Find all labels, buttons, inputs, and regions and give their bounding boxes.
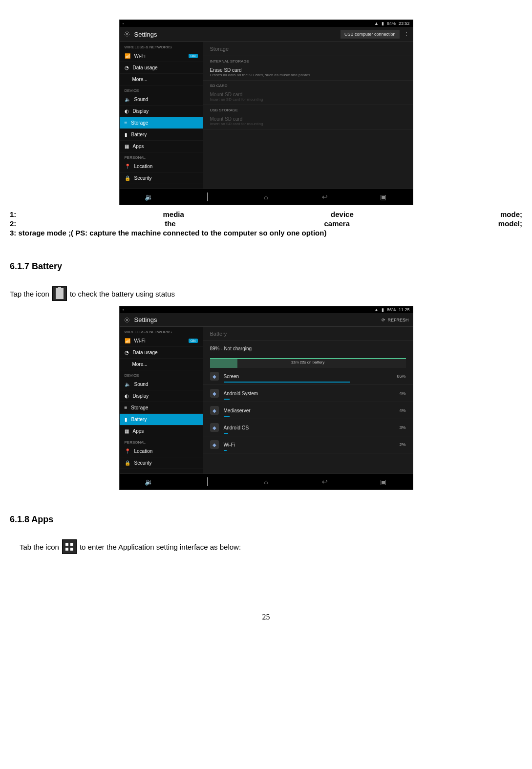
battery-pct: 84% xyxy=(387,21,396,26)
nav-volume-icon[interactable]: 🔉 xyxy=(139,193,159,201)
battery-instruction-post: to check the battery using status xyxy=(70,290,175,298)
usage-row[interactable]: ◆Mediaserver4% xyxy=(203,402,413,419)
nav-back-icon[interactable]: ↩ xyxy=(315,478,335,486)
gear-icon xyxy=(124,317,130,323)
nav-recent-icon[interactable] xyxy=(198,193,217,201)
sidebar-sound-label: Sound xyxy=(134,97,149,102)
nav-screenshot-icon[interactable]: ▣ xyxy=(374,478,393,486)
sidebar-section-device: DEVICE xyxy=(120,85,203,94)
sidebar-item-battery[interactable]: ▮Battery xyxy=(120,414,203,426)
usage-app-pct: 2% xyxy=(399,442,405,447)
sidebar-item-data-usage[interactable]: ◔Data usage xyxy=(120,347,203,359)
wifi-toggle[interactable]: ON xyxy=(189,339,198,343)
usage-app-icon: ◆ xyxy=(210,406,219,415)
section-6-1-8-heading: 6.1.8 Apps xyxy=(10,514,522,525)
usb-connection-button[interactable]: USB computer connection xyxy=(340,30,400,39)
status-left-icons: ◦ xyxy=(123,21,124,26)
gear-icon xyxy=(124,31,130,38)
battery-status: 89% - Not charging xyxy=(203,341,413,356)
battery-usage-list: ◆Screen86%◆Android System4%◆Mediaserver4… xyxy=(203,368,413,453)
usage-row[interactable]: ◆Android System4% xyxy=(203,385,413,402)
sidebar-item-more[interactable]: More... xyxy=(120,74,203,85)
nav-recent-icon[interactable] xyxy=(198,478,217,486)
battery-chart[interactable]: 12m 22s on battery xyxy=(210,358,406,368)
sidebar-item-data-usage[interactable]: ◔Data usage xyxy=(120,62,203,74)
usage-app-icon: ◆ xyxy=(210,389,219,398)
battery-pct: 86% xyxy=(387,307,396,312)
sidebar-item-location[interactable]: 📍Location xyxy=(120,161,203,172)
sidebar-item-storage[interactable]: ≡Storage xyxy=(120,402,203,414)
refresh-button[interactable]: ⟳ REFRESH xyxy=(382,318,408,322)
erase-sd-card-item[interactable]: Erase SD card Erases all data on the SD … xyxy=(203,64,413,81)
content-title: Battery xyxy=(210,331,227,337)
sidebar-item-wifi[interactable]: 📶Wi-Fi ON xyxy=(120,335,203,347)
sidebar-item-sound[interactable]: 🔈Sound xyxy=(120,94,203,106)
sidebar-security-label: Security xyxy=(134,460,152,466)
battery-icon xyxy=(52,286,67,301)
sidebar-item-apps[interactable]: ▦Apps xyxy=(120,426,203,437)
sidebar-item-security[interactable]: 🔒Security xyxy=(120,457,203,469)
wifi-toggle[interactable]: ON xyxy=(189,54,198,58)
battery-icon: ▮ xyxy=(382,21,384,26)
sidebar-display-label: Display xyxy=(133,393,149,399)
usage-app-name: Screen xyxy=(224,374,239,379)
sidebar-security-label: Security xyxy=(134,175,152,181)
usage-row[interactable]: ◆Screen86% xyxy=(203,368,413,385)
usage-app-name: Android OS xyxy=(224,425,249,430)
screenshot-storage: ◦ ▲ ▮ 84% 23:52 Settings USB computer co… xyxy=(119,20,413,205)
sidebar-item-more[interactable]: More... xyxy=(120,359,203,370)
sidebar-item-display[interactable]: ◐Display xyxy=(120,106,203,117)
battery-icon: ▮ xyxy=(125,132,128,137)
wifi-icon: ▲ xyxy=(374,307,379,312)
nav-home-icon[interactable]: ⌂ xyxy=(256,478,276,486)
usage-app-name: Mediaserver xyxy=(224,408,251,413)
l2d: model; xyxy=(498,219,522,228)
mount-sd-title: Mount SD card xyxy=(210,92,406,97)
actionbar-title: Settings xyxy=(134,31,157,38)
sidebar-item-apps[interactable]: ▦Apps xyxy=(120,141,203,152)
refresh-label: REFRESH xyxy=(387,318,408,322)
usage-row[interactable]: ◆Android OS3% xyxy=(203,419,413,436)
storage-icon: ≡ xyxy=(125,120,128,126)
overflow-icon[interactable]: ⋮ xyxy=(404,32,409,37)
battery-instruction-pre: Tap the icon xyxy=(10,290,49,298)
content-title: Storage xyxy=(210,46,229,52)
l2b: the xyxy=(165,219,176,228)
storage-icon: ≡ xyxy=(125,405,128,410)
nav-home-icon[interactable]: ⌂ xyxy=(256,193,276,201)
status-bar: ◦ ▲ ▮ 84% 23:52 xyxy=(120,20,413,27)
page-number: 25 xyxy=(10,613,522,621)
sidebar-item-sound[interactable]: 🔈Sound xyxy=(120,379,203,390)
wifi-icon: 📶 xyxy=(125,338,130,343)
nav-screenshot-icon[interactable]: ▣ xyxy=(374,193,393,201)
sidebar-data-usage-label: Data usage xyxy=(133,350,158,355)
sidebar-item-wifi[interactable]: 📶Wi-Fi ON xyxy=(120,50,203,62)
usage-app-pct: 3% xyxy=(399,425,405,430)
sound-icon: 🔈 xyxy=(125,97,130,102)
display-icon: ◐ xyxy=(125,393,129,399)
nav-bar: 🔉 ⌂ ↩ ▣ xyxy=(120,473,413,490)
storage-content: Storage INTERNAL STORAGE Erase SD card E… xyxy=(203,42,413,189)
clock: 23:52 xyxy=(399,21,410,26)
sidebar-item-location[interactable]: 📍Location xyxy=(120,446,203,457)
sidebar-battery-label: Battery xyxy=(131,132,147,137)
nav-volume-icon[interactable]: 🔉 xyxy=(139,478,159,486)
mount-sd-item: Mount SD card Insert an SD card for moun… xyxy=(203,89,413,105)
sidebar-item-battery[interactable]: ▮Battery xyxy=(120,129,203,141)
sidebar-item-storage[interactable]: ≡Storage xyxy=(120,117,203,129)
screenshot-battery: ◦ ▲ ▮ 86% 11:25 Settings ⟳ REFRESH WIREL… xyxy=(119,306,413,490)
sidebar-section-wireless: WIRELESS & NETWORKS xyxy=(120,327,203,335)
usage-app-name: Wi-Fi xyxy=(224,442,235,448)
sidebar-item-security[interactable]: 🔒Security xyxy=(120,172,203,184)
sidebar-item-display[interactable]: ◐Display xyxy=(120,390,203,402)
apps-icon: ▦ xyxy=(125,144,129,149)
l1a: 1: xyxy=(10,210,16,218)
apps-icon xyxy=(62,539,77,554)
usage-row[interactable]: ◆Wi-Fi2% xyxy=(203,436,413,453)
nav-back-icon[interactable]: ↩ xyxy=(315,193,335,201)
svg-point-1 xyxy=(126,319,128,321)
refresh-icon: ⟳ xyxy=(382,318,385,322)
mode-line-3: 3: storage mode ;( PS: capture the machi… xyxy=(10,229,522,237)
location-icon: 📍 xyxy=(125,164,130,169)
location-icon: 📍 xyxy=(125,449,130,454)
